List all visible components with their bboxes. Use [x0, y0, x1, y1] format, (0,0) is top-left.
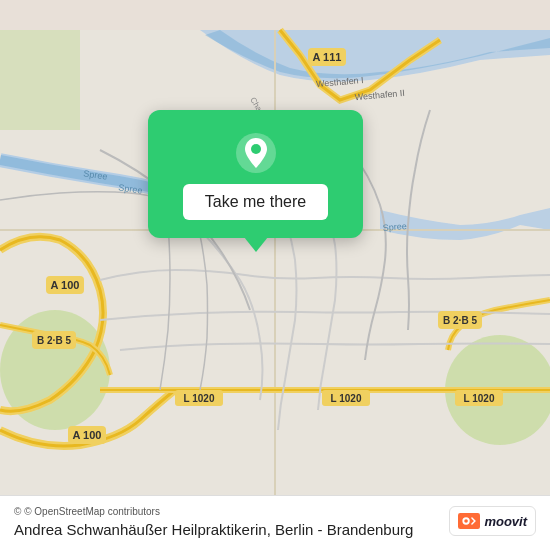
- map-background: A 111 A 100 A 100 B 2·B 5 B 2·B 5 L 1020…: [0, 0, 550, 550]
- svg-text:L 1020: L 1020: [464, 393, 495, 404]
- svg-text:L 1020: L 1020: [184, 393, 215, 404]
- take-me-there-button[interactable]: Take me there: [183, 184, 328, 220]
- moovit-logo: moovit: [449, 506, 536, 536]
- svg-point-31: [251, 144, 261, 154]
- svg-text:B 2·B 5: B 2·B 5: [443, 315, 477, 326]
- svg-text:B 2·B 5: B 2·B 5: [37, 335, 71, 346]
- svg-rect-3: [0, 30, 80, 130]
- copyright-icon: ©: [14, 506, 21, 517]
- moovit-brand-name: moovit: [484, 514, 527, 529]
- popup-card: Take me there: [148, 110, 363, 238]
- svg-text:L 1020: L 1020: [331, 393, 362, 404]
- map-container: A 111 A 100 A 100 B 2·B 5 B 2·B 5 L 1020…: [0, 0, 550, 550]
- svg-text:Spree: Spree: [382, 221, 407, 233]
- svg-text:A 100: A 100: [73, 429, 102, 441]
- bottom-bar: © © OpenStreetMap contributors Andrea Sc…: [0, 495, 550, 550]
- location-pin-icon: [235, 132, 277, 174]
- svg-point-34: [465, 519, 469, 523]
- svg-text:A 100: A 100: [51, 279, 80, 291]
- svg-text:A 111: A 111: [313, 51, 342, 63]
- moovit-icon: [458, 510, 480, 532]
